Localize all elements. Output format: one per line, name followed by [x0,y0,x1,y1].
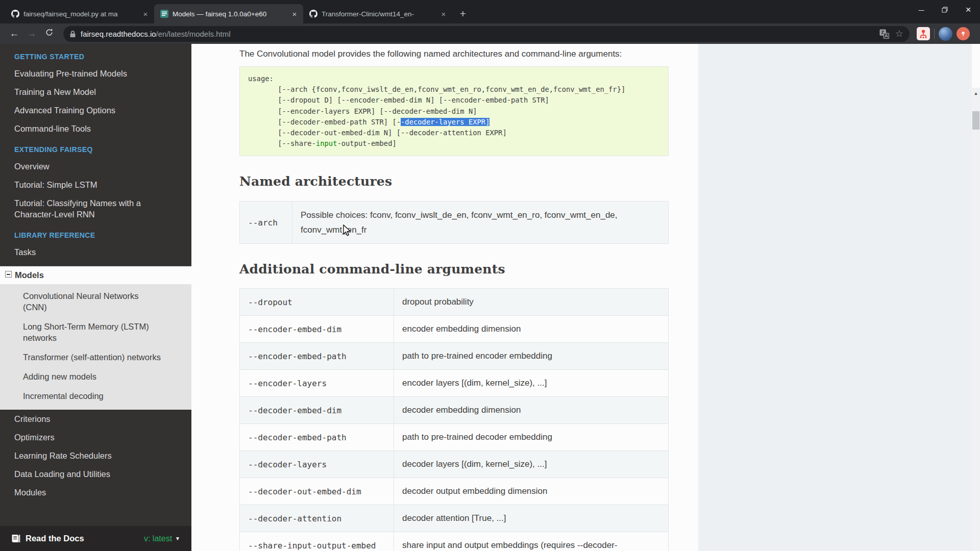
sidebar-subitem-label: Adding new models [23,371,96,382]
sidebar-item[interactable]: Criterions [0,410,181,428]
new-tab-button[interactable]: + [455,6,471,21]
code-text: -output-embed] [337,139,396,147]
description-cell: share input and output embeddings (requi… [394,532,669,551]
intro-paragraph: The Convolutional model provides the fol… [239,46,643,61]
sidebar-caption: EXTENDING FAIRSEQ [0,138,191,157]
doc-column: The Convolutional model provides the fol… [239,44,669,551]
table-row: --decoder-layersdecoder layers [(dim, ke… [240,451,669,478]
github-favicon-icon [309,10,317,18]
sidebar-item-label: Command-line Tools [14,123,91,134]
sidebar-caption: GETTING STARTED [0,45,191,64]
option-cell: --encoder-embed-path [240,343,394,370]
minimize-button[interactable]: ─ [910,0,933,19]
arch-option-cell: --arch [240,202,292,244]
sidebar-subitem-label: Long Short-Term Memory (LSTM) networks [23,321,162,343]
page-area: GETTING STARTEDEvaluating Pre-trained Mo… [0,44,980,551]
tab-title: fairseq/fairseq_model.py at ma [23,10,137,18]
restore-button[interactable] [933,0,957,19]
back-button[interactable]: ← [7,27,21,41]
sidebar-subitem[interactable]: Convolutional Neural Networks (CNN) [0,286,181,317]
sidebar-item[interactable]: Tasks [0,243,181,261]
window-controls: ─ × [910,0,980,19]
tab-1[interactable]: fairseq/fairseq_model.py at ma× [5,4,154,23]
sidebar-item[interactable]: Modules [0,483,181,502]
named-architectures-heading: Named architectures [239,173,669,190]
reload-button[interactable] [42,27,56,41]
sidebar-item[interactable]: Tutorial: Simple LSTM [0,176,181,194]
selected-text: -decoder-layers EXPR] [401,118,489,126]
tab-strip: fairseq/fairseq_model.py at ma×Models — … [5,4,452,23]
tab-2[interactable]: Models — fairseq 1.0.0a0+e60× [154,4,303,23]
usage-line: [--decoder-embed-path STR] [--decoder-la… [248,117,660,128]
sidebar-item[interactable]: Learning Rate Schedulers [0,446,181,465]
toolbar-divider [934,29,935,39]
option-cell: --share-input-output-embed [240,532,394,551]
sidebar-item[interactable]: Command-line Tools [0,119,181,138]
translate-icon[interactable] [879,29,889,39]
table-row: --share-input-output-embedshare input an… [240,532,669,551]
option-cell: --encoder-layers [240,370,394,397]
scrollbar-thumb[interactable] [972,111,979,130]
sidebar-subitem[interactable]: Transformer (self-attention) networks [0,347,181,367]
scrollbar[interactable]: ▲ [972,88,980,551]
table-row: --decoder-attentiondecoder attention [Tr… [240,505,669,532]
sidebar-item-label: Overview [14,161,50,172]
sidebar-items-after: CriterionsOptimizersLearning Rate Schedu… [0,410,191,502]
sidebar-item[interactable]: Evaluating Pre-trained Models [0,64,181,83]
address-bar[interactable]: fairseq.readthedocs.io/en/latest/models.… [63,26,910,42]
sidebar-item[interactable]: Advanced Training Options [0,101,181,119]
doc-content: The Convolutional model provides the fol… [191,44,980,551]
sidebar-item[interactable]: Data Loading and Utilities [0,465,181,483]
usage-line: [--share-input-output-embed] [248,138,660,149]
code-text: [--share- [248,139,316,147]
arch-table: --arch Possible choices: fconv, fconv_iw… [239,201,669,244]
collapse-icon[interactable] [5,271,12,278]
version-label[interactable]: v: latest [144,534,172,543]
arguments-table: --dropoutdropout probability--encoder-em… [239,288,669,551]
sidebar-nav: GETTING STARTEDEvaluating Pre-trained Mo… [0,44,191,551]
tab-title: Transformer-Clinic/wmt14_en- [322,10,435,18]
browser-toolbar: ← → fairseq.readthedocs.io/en/latest/mod… [0,23,980,44]
sidebar-subitem[interactable]: Long Short-Term Memory (LSTM) networks [0,317,181,347]
description-cell: encoder embedding dimension [394,316,669,343]
profile-avatar[interactable] [939,27,952,41]
right-gutter [698,44,972,551]
sidebar-item-label: Learning Rate Schedulers [14,450,112,461]
option-cell: --dropout [240,289,394,316]
close-tab-icon[interactable]: × [439,10,448,18]
table-row: --decoder-embed-pathpath to pre-trained … [240,424,669,451]
option-cell: --decoder-embed-path [240,424,394,451]
usage-line: [--dropout D] [--encoder-embed-dim N] [-… [248,95,660,106]
sidebar-item-models-current[interactable]: Models [0,266,191,284]
url-host: fairseq.readthedocs.io [81,30,156,38]
description-cell: path to pre-trained encoder embedding [394,343,669,370]
sidebar-subitem[interactable]: Adding new models [0,367,181,386]
update-icon[interactable] [957,27,970,40]
bookmark-star-icon[interactable]: ☆ [895,29,903,38]
extensions-cluster [917,27,970,41]
sidebar-item[interactable]: Overview [0,157,181,176]
sidebar-subitem[interactable]: Incremental decoding [0,386,181,406]
usage-line: usage: [248,73,660,84]
extension-icon[interactable] [917,27,930,40]
close-tab-icon[interactable]: × [141,10,150,18]
option-cell: --encoder-embed-dim [240,316,394,343]
sidebar-item[interactable]: Tutorial: Classifying Names with a Chara… [0,194,181,223]
close-window-button[interactable]: × [957,0,980,19]
close-tab-icon[interactable]: × [290,10,299,18]
readthedocs-favicon-icon [160,10,168,18]
sidebar-item-label: Tutorial: Simple LSTM [14,179,97,190]
table-row: --dropoutdropout probability [240,289,669,316]
forward-button[interactable]: → [24,27,39,41]
code-text: [--encoder-layers EXPR] [--decoder-embed… [248,107,477,115]
description-cell: decoder layers [(dim, kernel_size), ...] [394,451,669,478]
sidebar-item[interactable]: Training a New Model [0,83,181,101]
readthedocs-footer[interactable]: Read the Docs v: latest ▼ [0,526,191,551]
sidebar-item-label: Criterions [14,413,51,424]
sidebar-subitem-label: Incremental decoding [23,390,104,402]
tab-3[interactable]: Transformer-Clinic/wmt14_en-× [303,4,452,23]
usage-line: [--decoder-out-embed-dim N] [--decoder-a… [248,128,660,138]
scrollbar-up-arrow-icon[interactable]: ▲ [972,91,980,96]
sidebar-item[interactable]: Optimizers [0,428,181,446]
sidebar-item-label: Data Loading and Utilities [14,468,110,480]
